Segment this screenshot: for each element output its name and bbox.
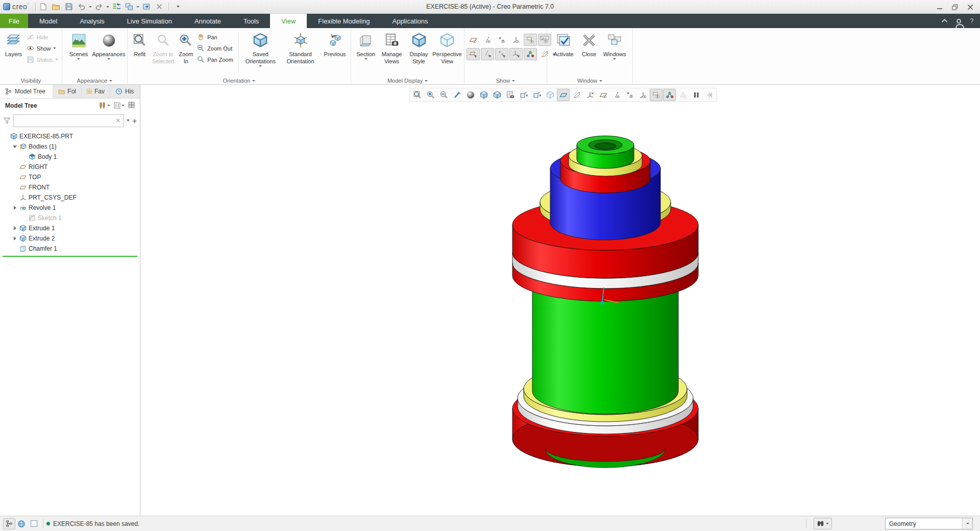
toggle-navigator-button[interactable] xyxy=(3,518,15,529)
redo-button[interactable] xyxy=(93,1,105,12)
tree-row-extrude1[interactable]: Extrude 1 xyxy=(0,223,140,233)
expander-closed-icon[interactable] xyxy=(12,205,17,210)
pan-button[interactable]: Pan xyxy=(195,33,236,41)
search-tool-button[interactable] xyxy=(814,518,832,529)
dropdown-arrow-icon[interactable] xyxy=(107,58,110,60)
hide-button[interactable]: Hide xyxy=(25,33,60,41)
tab-applications[interactable]: Applications xyxy=(381,14,439,28)
hatch-viewport-button[interactable] xyxy=(570,89,583,101)
tree-row-part[interactable]: EXERCISE-85.PRT xyxy=(0,131,140,141)
refit-viewport-button[interactable] xyxy=(411,89,424,101)
filter-funnel-icon[interactable] xyxy=(3,117,11,125)
select-csys-toggle[interactable] xyxy=(509,48,523,60)
tab-flexible-modeling[interactable]: Flexible Modeling xyxy=(307,14,381,28)
axis-display-toggle[interactable] xyxy=(481,34,494,46)
section-viewport-button[interactable] xyxy=(557,89,570,101)
view-normal-button[interactable] xyxy=(517,89,530,101)
tree-settings-button[interactable] xyxy=(99,102,110,109)
standard-orientation-button[interactable]: Standard Orientation xyxy=(280,30,321,66)
tab-file[interactable]: File xyxy=(0,14,28,28)
dropdown-arrow-icon[interactable] xyxy=(55,59,58,60)
save-button[interactable] xyxy=(63,1,75,12)
select-plane-toggle[interactable] xyxy=(467,48,480,60)
zoom-in-button[interactable]: Zoom In xyxy=(177,30,195,66)
account-icon[interactable] xyxy=(954,17,963,25)
saved-orientations-button[interactable]: Saved Orientations xyxy=(241,30,280,68)
dropdown-arrow-icon[interactable] xyxy=(826,523,829,524)
expander-closed-icon[interactable] xyxy=(12,226,17,231)
csys-display-viewport-toggle[interactable] xyxy=(636,89,649,101)
tree-filters-button[interactable] xyxy=(114,102,125,109)
plane-display-toggle[interactable] xyxy=(467,34,480,46)
open-file-button[interactable] xyxy=(51,1,62,12)
minimize-ribbon-icon[interactable] xyxy=(941,17,949,25)
insert-here-indicator[interactable] xyxy=(3,256,137,257)
tab-analysis[interactable]: Analysis xyxy=(68,14,115,28)
close-button[interactable] xyxy=(963,2,978,13)
tree-row-revolve1[interactable]: Revolve 1 xyxy=(0,203,140,213)
tree-row-right-plane[interactable]: RIGHT xyxy=(0,162,140,172)
filter-dropdown-arrow-icon[interactable] xyxy=(127,119,130,122)
pause-button[interactable] xyxy=(690,89,702,101)
manage-views-viewport-button[interactable] xyxy=(504,89,517,101)
close-window-button[interactable] xyxy=(154,1,165,12)
undo-button[interactable] xyxy=(76,1,87,12)
select-axis-toggle[interactable] xyxy=(481,48,494,60)
point-display-toggle[interactable] xyxy=(495,34,508,46)
spin-center-viewport-toggle[interactable] xyxy=(663,89,676,101)
window-switch-button[interactable] xyxy=(124,1,135,12)
manage-views-button[interactable]: Manage Views xyxy=(378,30,405,66)
tab-view[interactable]: View xyxy=(270,14,307,28)
tree-row-sketch1[interactable]: Sketch 1 xyxy=(0,213,140,223)
model-tree-filter-input[interactable] xyxy=(16,117,114,124)
refit-button[interactable]: Refit xyxy=(130,30,150,59)
sketch-display-toggle[interactable] xyxy=(676,89,689,101)
open-last-session-button[interactable] xyxy=(141,1,152,12)
tab-model[interactable]: Model xyxy=(28,14,68,28)
status-button[interactable]: Status xyxy=(25,55,60,64)
pan-zoom-button[interactable]: Pan Zoom xyxy=(195,55,236,64)
dropdown-arrow-icon[interactable] xyxy=(364,58,368,60)
tab-folders[interactable]: Fol xyxy=(53,85,82,98)
tree-row-extrude2[interactable]: Extrude 2 xyxy=(0,233,140,244)
select-point-toggle[interactable] xyxy=(495,48,508,60)
axis-display-viewport-toggle[interactable] xyxy=(610,89,623,101)
activate-button[interactable]: Activate xyxy=(549,30,578,59)
undo-dropdown-arrow-icon[interactable] xyxy=(89,6,92,8)
full-screen-button[interactable] xyxy=(28,518,40,529)
annotation-display-viewport-toggle[interactable] xyxy=(650,89,663,101)
minimize-button[interactable] xyxy=(932,2,947,13)
dropdown-arrow-icon[interactable] xyxy=(613,58,616,60)
tab-annotate[interactable]: Annotate xyxy=(183,14,232,28)
graphics-area[interactable] xyxy=(140,85,980,516)
window-switch-dropdown-arrow-icon[interactable] xyxy=(136,6,139,8)
zoom-to-selected-button[interactable]: Zoom to Selected xyxy=(150,30,176,66)
tree-row-bodies[interactable]: Bodies (1) xyxy=(0,141,140,152)
layers-button[interactable]: Layers xyxy=(2,30,25,59)
annotation-orientation-button[interactable] xyxy=(583,89,596,101)
dropdown-arrow-icon[interactable] xyxy=(53,47,56,49)
shading-style-button[interactable] xyxy=(464,89,477,101)
dropdown-arrow-icon[interactable] xyxy=(77,58,80,60)
customize-toolbar-dropdown[interactable] xyxy=(173,1,184,12)
plane-display-viewport-toggle[interactable] xyxy=(597,89,609,101)
add-filter-button[interactable]: + xyxy=(132,116,137,125)
perspective-viewport-button[interactable] xyxy=(544,89,556,101)
display-style-button[interactable]: Display Style xyxy=(405,30,432,66)
zoom-out-button[interactable]: Zoom Out xyxy=(195,44,236,53)
windows-button[interactable]: Windows xyxy=(600,30,629,61)
new-file-button[interactable] xyxy=(38,1,49,12)
clear-filter-icon[interactable]: ✕ xyxy=(114,117,121,124)
restore-button[interactable] xyxy=(947,2,963,13)
named-view-button[interactable] xyxy=(530,89,543,101)
dropdown-arrow-icon[interactable] xyxy=(259,65,262,67)
zoom-in-viewport-button[interactable] xyxy=(424,89,437,101)
zoom-out-viewport-button[interactable] xyxy=(437,89,450,101)
spin-center-toggle[interactable] xyxy=(524,48,537,60)
tab-favorites[interactable]: Fav xyxy=(82,85,110,98)
3d-model-exercise-85[interactable] xyxy=(140,85,980,516)
regenerate-button[interactable] xyxy=(111,1,122,12)
tab-live-simulation[interactable]: Live Simulation xyxy=(116,14,183,28)
point-display-viewport-toggle[interactable] xyxy=(623,89,636,101)
expander-open-icon[interactable] xyxy=(12,144,17,149)
